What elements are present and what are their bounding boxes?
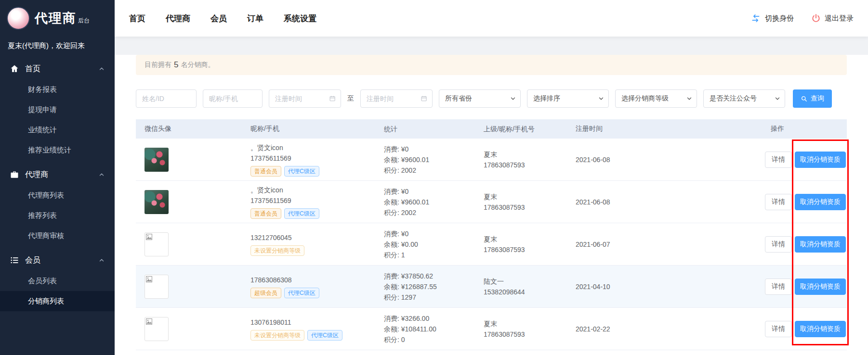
search-button-label: 查询 <box>811 94 824 103</box>
nav-item-member[interactable]: 会员 <box>210 13 227 24</box>
distributor-count: 5 <box>174 60 178 70</box>
search-button[interactable]: 查询 <box>793 89 832 108</box>
member-icon <box>10 255 19 265</box>
stat-balance: 余额: ¥9600.01 <box>384 197 484 207</box>
header-wechat-avatar: 微信头像 <box>136 125 250 133</box>
table-row: 17863086308 超级会员 代理C级区 消费: ¥37850.62 余额:… <box>136 266 847 308</box>
cancel-distribution-button[interactable]: 取消分销资质 <box>795 236 846 253</box>
welcome-text: 夏末(代理商)，欢迎回来 <box>0 33 115 52</box>
header-nickname-phone: 昵称/手机 <box>250 125 384 133</box>
swap-arrows-icon <box>750 13 761 23</box>
date-range-separator: 至 <box>347 94 354 103</box>
parent-name: 夏末 <box>484 191 576 202</box>
sort-select[interactable]: 选择排序 <box>527 89 609 108</box>
phone: 17375611569 <box>250 153 384 164</box>
nickname-phone-field[interactable] <box>203 89 263 108</box>
sidebar-item-member[interactable]: 会员 <box>0 250 115 271</box>
sidebar-item-agent-list[interactable]: 代理商列表 <box>0 185 115 205</box>
detail-button[interactable]: 详情 <box>765 279 792 295</box>
province-selected-value: 所有省份 <box>445 94 472 103</box>
sidebar-item-distributor-list[interactable]: 分销商列表 <box>0 291 115 311</box>
detail-button[interactable]: 详情 <box>765 321 792 337</box>
logo-main-text: 代理商 <box>35 10 77 27</box>
phone: 13076198011 <box>250 317 384 328</box>
reg-date: 2021-06-07 <box>576 241 765 248</box>
name-id-input[interactable] <box>142 95 191 102</box>
calendar-icon <box>421 95 427 102</box>
sidebar-item-performance-stats[interactable]: 业绩统计 <box>0 120 115 140</box>
sidebar-item-referral-performance[interactable]: 推荐业绩统计 <box>0 140 115 160</box>
sidebar-item-member-list[interactable]: 会员列表 <box>0 271 115 291</box>
stat-consume: 消费: ¥0 <box>384 228 484 239</box>
register-time-end-input[interactable] <box>367 95 421 102</box>
detail-button[interactable]: 详情 <box>765 194 792 210</box>
parent-phone: 17863087593 <box>484 202 576 213</box>
register-time-start-field[interactable] <box>269 89 341 108</box>
power-icon <box>811 13 821 23</box>
official-account-select[interactable]: 是否关注公众号 <box>703 89 785 108</box>
header-reg-date: 注册时间 <box>576 125 765 133</box>
sidebar-group-label: 首页 <box>25 64 40 74</box>
agent-admin-app: 代理商 后台 夏末(代理商)，欢迎回来 首页 财务报表 提现申请 业绩统计 推荐… <box>0 0 868 355</box>
menu-group-member: 会员 会员列表 分销商列表 <box>0 250 115 311</box>
logout-button[interactable]: 退出登录 <box>811 13 854 23</box>
official-account-selected-value: 是否关注公众号 <box>710 94 757 103</box>
nickname-phone-input[interactable] <box>209 95 257 102</box>
reg-date: 2021-02-22 <box>576 325 765 333</box>
detail-button[interactable]: 详情 <box>765 236 792 253</box>
sidebar-item-referral-list[interactable]: 推荐列表 <box>0 205 115 226</box>
menu-group-agent: 代理商 代理商列表 推荐列表 代理商审核 <box>0 164 115 246</box>
distributor-count-alert: 目前拥有 5 名分销商。 <box>136 55 847 75</box>
nav-item-agent[interactable]: 代理商 <box>166 13 190 24</box>
parent-name: 夏末 <box>484 149 576 160</box>
nav-item-order[interactable]: 订单 <box>247 13 263 24</box>
stat-balance: 余额: ¥0.00 <box>384 239 484 250</box>
cancel-distribution-button[interactable]: 取消分销资质 <box>795 152 846 168</box>
stat-points: 积分: 2002 <box>384 207 484 218</box>
sidebar-item-home[interactable]: 首页 <box>0 58 115 79</box>
register-time-start-input[interactable] <box>275 95 329 102</box>
phone: 13212706045 <box>250 232 384 243</box>
broken-image-avatar <box>145 275 169 299</box>
stat-consume: 消费: ¥0 <box>384 144 484 154</box>
distributor-level-select[interactable]: 选择分销商等级 <box>615 89 697 108</box>
cancel-distribution-button[interactable]: 取消分销资质 <box>795 194 846 210</box>
nav-item-home[interactable]: 首页 <box>129 13 145 24</box>
province-select[interactable]: 所有省份 <box>439 89 521 108</box>
table-row: 。贤文icon 17375611569 普通会员 代理C级区 消费: ¥0 余额… <box>136 181 847 223</box>
broken-image-avatar <box>145 317 169 341</box>
agent-icon <box>10 170 19 179</box>
search-icon <box>801 95 808 102</box>
sidebar-group-label: 代理商 <box>25 170 48 180</box>
member-level-badge: 普通会员 <box>250 208 281 219</box>
calendar-icon <box>329 95 336 102</box>
nav-item-system-settings[interactable]: 系统设置 <box>284 13 316 24</box>
broken-image-avatar <box>145 232 169 256</box>
sidebar-item-agent-audit[interactable]: 代理商审核 <box>0 226 115 246</box>
reg-date: 2021-04-10 <box>576 283 765 291</box>
nickname: 。贤文icon <box>250 185 384 195</box>
header-stats: 统计 <box>384 124 484 134</box>
switch-identity-button[interactable]: 切换身份 <box>750 13 794 23</box>
stat-balance: 余额: ¥108411.00 <box>384 324 484 334</box>
phone: 17863086308 <box>250 275 384 285</box>
chevron-up-icon <box>98 65 105 72</box>
agent-area-badge: 代理C级区 <box>307 330 342 341</box>
cancel-distribution-button[interactable]: 取消分销资质 <box>795 279 846 295</box>
sidebar-item-agent[interactable]: 代理商 <box>0 164 115 185</box>
name-id-field[interactable] <box>136 89 197 108</box>
cancel-distribution-button[interactable]: 取消分销资质 <box>795 321 846 337</box>
stat-consume: 消费: ¥37850.62 <box>384 271 484 281</box>
sidebar-item-withdraw-apply[interactable]: 提现申请 <box>0 100 115 120</box>
home-icon <box>10 64 19 74</box>
sidebar-item-finance-report[interactable]: 财务报表 <box>0 79 115 100</box>
detail-button[interactable]: 详情 <box>765 152 792 168</box>
parent-phone: 17863087593 <box>484 329 576 340</box>
stat-consume: 消费: ¥3266.00 <box>384 313 484 324</box>
logo: 代理商 后台 <box>35 10 90 27</box>
chevron-down-icon <box>598 95 605 102</box>
alert-text-suffix: 名分销商。 <box>181 61 214 69</box>
alert-text-prefix: 目前拥有 <box>145 61 171 69</box>
stat-balance: 余额: ¥9600.01 <box>384 154 484 165</box>
register-time-end-field[interactable] <box>360 89 433 108</box>
